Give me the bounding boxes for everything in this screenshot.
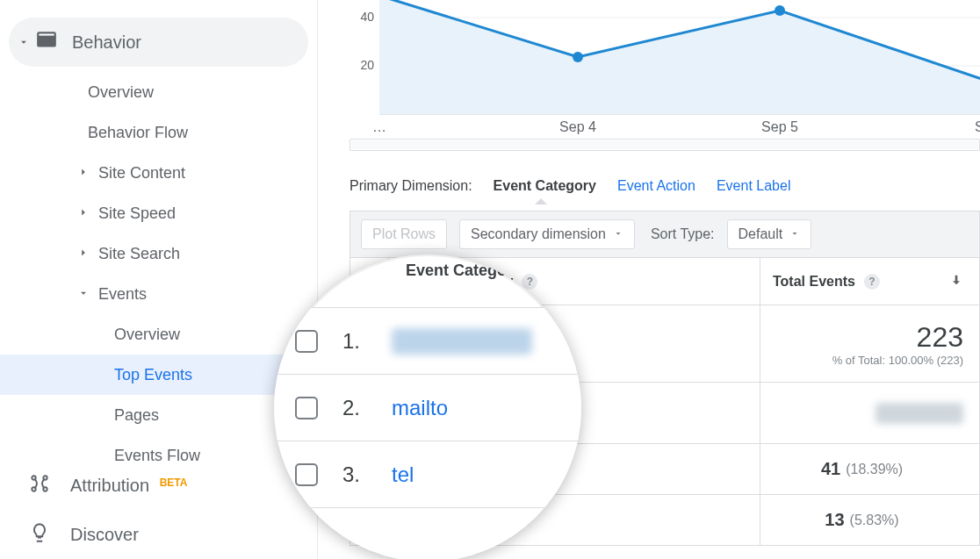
dimension-event-action[interactable]: Event Action [617, 178, 695, 194]
row-checkbox[interactable] [295, 463, 318, 486]
row-index: 2. [342, 396, 367, 420]
beta-badge: BETA [160, 477, 188, 489]
primary-dimension-label: Primary Dimension: [349, 178, 472, 194]
row-category[interactable]: tel [392, 462, 414, 487]
sidebar-sublist: Overview Behavior Flow Site Content Site… [0, 72, 317, 476]
attribution-icon [28, 472, 51, 499]
help-icon[interactable]: ? [522, 274, 537, 290]
x-tick-label: Se [975, 119, 980, 134]
row-total: 41 [821, 459, 840, 479]
sidebar-item-top-events[interactable]: Top Events [0, 355, 317, 395]
sidebar-section-label: Behavior [72, 32, 141, 53]
sidebar: Behavior Overview Behavior Flow Site Con… [0, 0, 318, 559]
table-toolbar: Plot Rows Secondary dimension Sort Type:… [349, 211, 980, 258]
secondary-dimension-dropdown[interactable]: Secondary dimension [459, 219, 635, 249]
row-checkbox[interactable] [295, 397, 318, 419]
redacted-value [876, 403, 963, 424]
redacted-value [392, 328, 532, 355]
magnifier-overlay: Event Category ? 1. 2. mailto 3. tel [274, 254, 581, 559]
caret-down-icon [77, 285, 90, 304]
table-row[interactable]: 2. mailto [274, 374, 581, 441]
caret-down-icon [789, 226, 800, 242]
caret-right-icon [77, 164, 90, 183]
sidebar-item-attribution[interactable]: Attribution BETA [0, 461, 317, 510]
sidebar-item-label: Discover [70, 525, 139, 545]
row-total: 13 [825, 510, 844, 530]
svg-point-12 [775, 5, 785, 16]
sidebar-item-events-overview[interactable]: Overview [0, 314, 317, 355]
primary-dimension-row: Primary Dimension: Event Category Event … [349, 178, 790, 194]
total-events-value: 223 [917, 321, 963, 354]
sidebar-item-behavior-flow[interactable]: Behavior Flow [0, 112, 317, 153]
sidebar-item-site-search[interactable]: Site Search [0, 233, 317, 274]
sidebar-item-overview[interactable]: Overview [0, 72, 317, 112]
caret-right-icon [77, 245, 90, 263]
sidebar-item-behavior[interactable]: Behavior [9, 18, 308, 67]
row-pct: (5.83%) [850, 512, 899, 528]
caret-down-icon [613, 226, 623, 242]
dimension-event-label[interactable]: Event Label [717, 178, 791, 194]
row-index: 3. [342, 462, 367, 487]
y-tick-label: 20 [360, 58, 374, 72]
lightbulb-icon [28, 521, 51, 548]
caret-down-icon [18, 32, 30, 53]
row-index: 1. [342, 329, 367, 354]
table-row[interactable]: 3. tel [274, 441, 581, 507]
sort-type-dropdown[interactable]: Default [727, 219, 812, 249]
x-tick-label: Sep 4 [559, 119, 596, 134]
sidebar-item-site-content[interactable]: Site Content [0, 153, 317, 193]
column-total-events[interactable]: Total Events ? [760, 258, 979, 305]
help-icon[interactable]: ? [864, 274, 880, 290]
sidebar-item-events[interactable]: Events [0, 274, 317, 314]
total-events-subtext: % of Total: 100.00% (223) [832, 354, 963, 367]
plot-rows-button[interactable]: Plot Rows [361, 219, 447, 249]
x-tick-label: Sep 5 [761, 119, 798, 134]
sidebar-item-label: Attribution [70, 476, 149, 495]
x-tick-label: … [372, 119, 386, 134]
row-checkbox[interactable] [295, 330, 318, 353]
row-pct: (18.39%) [846, 462, 903, 477]
sort-desc-icon [949, 273, 963, 290]
sidebar-item-discover[interactable]: Discover [0, 510, 317, 559]
sidebar-bottom: Attribution BETA Discover [0, 461, 317, 559]
sidebar-item-site-speed[interactable]: Site Speed [0, 193, 317, 233]
dimension-event-category[interactable]: Event Category [494, 178, 596, 194]
table-row[interactable]: 1. [274, 307, 581, 374]
row-category[interactable]: mailto [392, 396, 448, 420]
sort-type-label: Sort Type: [651, 226, 715, 242]
y-tick-label: 40 [360, 10, 374, 24]
caret-right-icon [77, 204, 90, 223]
events-line-chart: 40 20 … Sep 4 Sep 5 Se [349, 0, 980, 140]
svg-point-11 [573, 52, 583, 62]
sidebar-item-events-pages[interactable]: Pages [0, 395, 317, 435]
chart-scrollbar[interactable] [349, 139, 980, 151]
behavior-icon [35, 29, 58, 56]
